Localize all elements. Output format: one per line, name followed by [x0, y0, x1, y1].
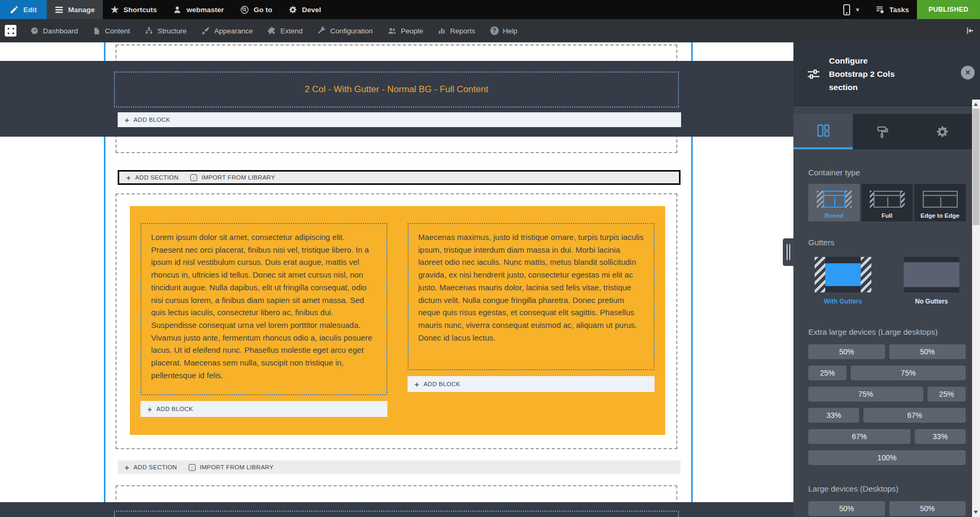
tab-style[interactable]: [853, 114, 912, 149]
cols-75-25-right[interactable]: 25%: [928, 387, 966, 402]
scrollbar-thumb[interactable]: [973, 109, 979, 225]
edge-to-edge-layout-icon: [923, 191, 958, 208]
tasks-label: Tasks: [889, 6, 909, 14]
toolbar-item-shortcuts[interactable]: ★ Shortcuts: [103, 0, 165, 19]
plus-icon: +: [147, 405, 152, 414]
menu-item-content[interactable]: Content: [85, 19, 137, 42]
add-block-button-left-column[interactable]: + ADD BLOCK: [140, 401, 387, 417]
magnifier-icon: [240, 5, 249, 14]
menu-item-configuration[interactable]: Configuration: [310, 19, 380, 42]
cols-67-33-left[interactable]: 67%: [808, 429, 911, 444]
cols-25-75-left[interactable]: 25%: [808, 366, 846, 380]
toolbar-item-goto[interactable]: Go to: [232, 0, 280, 19]
container-type-edge-to-edge[interactable]: Edge to Edge: [914, 184, 966, 221]
sidebar-body: Container type Boxed Ful: [793, 149, 972, 517]
breakpoint-lg-options: 50% 50%: [808, 501, 966, 516]
add-section-button[interactable]: + ADD SECTION: [125, 463, 177, 472]
gear-icon: [935, 125, 949, 139]
menu-item-people[interactable]: People: [380, 19, 430, 42]
add-section-bar-1: + ADD SECTION ↓ IMPORT FROM LIBRARY: [118, 170, 681, 185]
toolbar-item-tasks[interactable]: Tasks: [867, 0, 917, 19]
add-block-label: ADD BLOCK: [134, 117, 170, 123]
add-block-button-right-column[interactable]: + ADD BLOCK: [408, 376, 655, 392]
import-from-library-button[interactable]: ↓ IMPORT FROM LIBRARY: [189, 464, 273, 471]
container-type-full[interactable]: Full: [861, 184, 913, 221]
right-column-text-block[interactable]: Maecenas maximus, justo id tristique orn…: [408, 223, 655, 370]
plus-icon: +: [126, 173, 131, 182]
admin-toolbar: Edit Manage ★ Shortcuts webmaster Go to: [0, 0, 980, 19]
menu-item-appearance[interactable]: Appearance: [194, 19, 260, 42]
cols-33-67-right[interactable]: 67%: [863, 408, 966, 423]
star-icon: ★: [111, 5, 119, 14]
collapse-toolbar-icon[interactable]: [965, 26, 975, 35]
breakpoint-xl-label: Extra large devices (Large desktops): [808, 328, 966, 336]
import-from-library-button[interactable]: ↓ IMPORT FROM LIBRARY: [190, 174, 275, 181]
cols-50-50-right[interactable]: 50%: [889, 501, 966, 516]
cols-25-75-right[interactable]: 75%: [851, 366, 966, 380]
status-badge-published: PUBLISHED: [917, 0, 980, 19]
next-section-title-block: [114, 511, 679, 517]
cols-50-50-right[interactable]: 50%: [889, 344, 966, 359]
two-col-section: Lorem ipsum dolor sit amet, consectetur …: [130, 206, 665, 435]
add-section-button[interactable]: + ADD SECTION: [126, 173, 179, 182]
menu-item-structure[interactable]: Structure: [137, 19, 194, 42]
boxed-layout-icon: [817, 191, 852, 208]
breakpoint-lg-label: Large devices (Desktops): [808, 485, 966, 493]
admin-menu-toolbar: Dashboard Content Structure Appearance E…: [0, 19, 980, 42]
escape-admin-button[interactable]: [5, 25, 16, 37]
paintbrush-icon: [201, 26, 210, 35]
next-section-band: [0, 502, 793, 517]
section-title-text: 2 Col - With Gutter - Normal BG - Full C…: [305, 84, 489, 95]
toolbar-item-label: Manage: [68, 6, 95, 14]
gutters-with[interactable]: With Gutters: [815, 257, 871, 305]
chevron-down-icon: ▾: [856, 6, 859, 13]
tab-layout[interactable]: [793, 114, 853, 149]
toolbar-item-devel[interactable]: Devel: [280, 0, 329, 19]
gutters-none[interactable]: No Gutters: [904, 257, 959, 305]
toolbar-item-label: Devel: [302, 6, 321, 14]
section-title-block[interactable]: 2 Col - With Gutter - Normal BG - Full C…: [114, 72, 679, 108]
device-preview-button[interactable]: ▾: [835, 0, 867, 19]
sidebar-resize-handle[interactable]: [783, 238, 793, 266]
cols-67-33-right[interactable]: 33%: [915, 429, 966, 444]
mobile-device-icon: [843, 4, 850, 15]
container-type-boxed[interactable]: Boxed: [808, 184, 860, 221]
menu-item-dashboard[interactable]: Dashboard: [23, 19, 85, 42]
menu-item-label: Appearance: [214, 27, 253, 35]
menu-item-label: Extend: [280, 27, 303, 35]
cols-50-50-left[interactable]: 50%: [808, 344, 885, 359]
menu-item-extend[interactable]: Extend: [260, 19, 310, 42]
menu-item-reports[interactable]: Reports: [430, 19, 482, 42]
scroll-down-arrow-icon[interactable]: [974, 511, 978, 514]
cols-50-50-left[interactable]: 50%: [808, 501, 885, 516]
right-column-text: Maecenas maximus, justo id tristique orn…: [418, 233, 643, 342]
toolbar-item-manage[interactable]: Manage: [47, 0, 103, 19]
help-icon: ?: [490, 26, 499, 35]
left-column-text: Lorem ipsum dolor sit amet, consectetur …: [151, 233, 372, 380]
cols-100[interactable]: 100%: [808, 450, 966, 465]
header-section-band: 2 Col - With Gutter - Normal BG - Full C…: [0, 61, 793, 137]
import-icon: ↓: [190, 174, 197, 181]
add-section-bar-2: + ADD SECTION ↓ IMPORT FROM LIBRARY: [118, 460, 681, 474]
cols-33-67-left[interactable]: 33%: [808, 408, 859, 423]
container-type-label: Container type: [808, 168, 966, 177]
sidebar-header: Configure Bootstrap 2 Cols section ×: [793, 42, 980, 106]
wrench-icon: [317, 26, 326, 35]
full-layout-icon: [870, 191, 905, 208]
plus-icon: +: [414, 380, 419, 389]
toolbar-item-user[interactable]: webmaster: [165, 0, 232, 19]
menu-item-help[interactable]: ? Help: [483, 19, 525, 42]
sidebar-scrollbar[interactable]: [972, 100, 980, 517]
toolbar-item-edit[interactable]: Edit: [0, 0, 47, 19]
tab-settings[interactable]: [913, 114, 972, 149]
add-block-button-header[interactable]: + ADD BLOCK: [118, 112, 681, 127]
scroll-up-arrow-icon[interactable]: [974, 103, 978, 106]
fullscreen-brackets-icon: [7, 27, 15, 35]
close-icon[interactable]: ×: [961, 66, 975, 79]
cols-75-25-left[interactable]: 75%: [808, 387, 923, 402]
left-column-text-block[interactable]: Lorem ipsum dolor sit amet, consectetur …: [140, 223, 387, 395]
add-block-label: ADD BLOCK: [156, 406, 193, 412]
sitemap-icon: [145, 26, 153, 35]
menu-item-label: Help: [503, 27, 518, 35]
layout-columns-icon: [816, 123, 831, 138]
